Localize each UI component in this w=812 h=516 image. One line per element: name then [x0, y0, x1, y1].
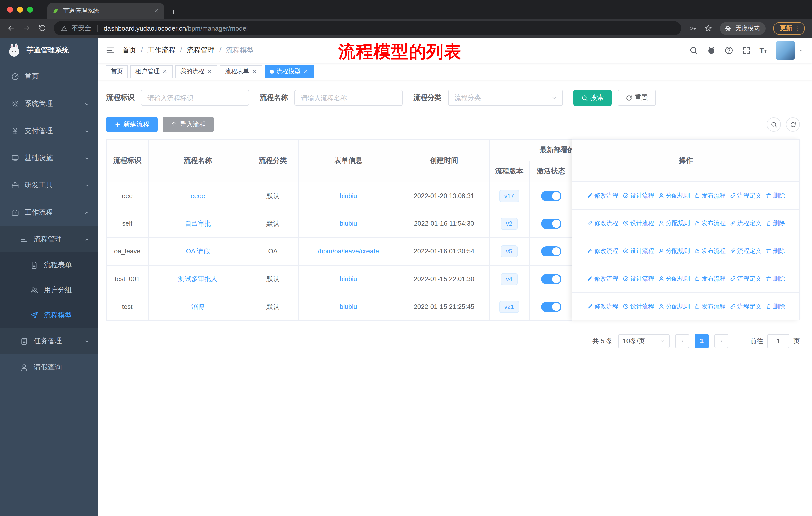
category-select[interactable]: 流程分类: [448, 90, 563, 106]
process-name-link[interactable]: 测试多审批人: [178, 275, 218, 282]
active-toggle[interactable]: [541, 274, 561, 284]
browser-tab[interactable]: 芋道管理系统: [47, 3, 164, 19]
sidebar-logo[interactable]: 芋道管理系统: [0, 38, 98, 63]
table-scroll-area[interactable]: 流程标识 流程名称 流程分类 表单信息 创建时间 最新部署的流程定义 流程版本: [106, 139, 572, 321]
action-delete-link[interactable]: 删除: [765, 247, 785, 255]
toggle-search-button[interactable]: [767, 117, 781, 132]
current-page-button[interactable]: 1: [695, 334, 709, 348]
action-publish-link[interactable]: 发布流程: [694, 219, 726, 227]
action-assign-rule-link[interactable]: 分配规则: [658, 191, 690, 200]
active-toggle[interactable]: [541, 246, 561, 256]
close-icon[interactable]: [162, 69, 168, 74]
tag-tenant-management[interactable]: 租户管理: [130, 65, 173, 78]
tag-my-process[interactable]: 我的流程: [175, 65, 218, 78]
action-design-link[interactable]: 设计流程: [622, 247, 654, 255]
avatar[interactable]: [776, 41, 795, 60]
bookmark-star-icon[interactable]: [704, 24, 712, 32]
tab-close-icon[interactable]: [153, 8, 159, 13]
action-definition-link[interactable]: 流程定义: [730, 274, 761, 283]
sidebar-item-home[interactable]: 首页: [0, 63, 98, 90]
action-modify-link[interactable]: 修改流程: [587, 274, 618, 283]
form-info-link[interactable]: /bpm/oa/leave/create: [318, 247, 379, 255]
font-size-icon[interactable]: TT: [759, 46, 767, 55]
help-icon[interactable]: [724, 46, 733, 55]
form-info-link[interactable]: biubiu: [340, 192, 357, 199]
browser-update-button[interactable]: 更新: [773, 22, 805, 34]
active-toggle[interactable]: [541, 191, 561, 201]
action-delete-link[interactable]: 删除: [765, 191, 785, 200]
import-process-button[interactable]: 导入流程: [163, 117, 214, 132]
sidebar-item-infrastructure[interactable]: 基础设施: [0, 145, 98, 172]
sidebar-item-devtools[interactable]: 研发工具: [0, 172, 98, 199]
action-modify-link[interactable]: 修改流程: [587, 191, 618, 200]
action-definition-link[interactable]: 流程定义: [730, 219, 761, 227]
action-publish-link[interactable]: 发布流程: [694, 274, 726, 283]
close-icon[interactable]: [252, 69, 257, 74]
process-name-link[interactable]: OA 请假: [186, 247, 210, 255]
sidebar-item-payment[interactable]: 支付管理: [0, 117, 98, 145]
sidebar-item-workflow[interactable]: 工作流程: [0, 199, 98, 226]
action-design-link[interactable]: 设计流程: [622, 274, 654, 283]
action-design-link[interactable]: 设计流程: [622, 191, 654, 200]
reset-button[interactable]: 重置: [618, 90, 656, 106]
action-assign-rule-link[interactable]: 分配规则: [658, 302, 690, 311]
breadcrumb-item[interactable]: 流程管理: [187, 46, 222, 55]
sidebar-item-process-form[interactable]: 流程表单: [0, 252, 98, 278]
sidebar-item-leave-query[interactable]: 请假查询: [0, 354, 98, 380]
action-definition-link[interactable]: 流程定义: [730, 302, 761, 311]
goto-page-input[interactable]: [767, 334, 789, 348]
process-name-link[interactable]: 自己审批: [185, 219, 211, 227]
action-assign-rule-link[interactable]: 分配规则: [658, 247, 690, 255]
sidebar-item-system[interactable]: 系统管理: [0, 90, 98, 117]
active-toggle[interactable]: [541, 302, 561, 312]
new-tab-button[interactable]: [170, 8, 177, 15]
sidebar-item-process-model[interactable]: 流程模型: [0, 303, 98, 328]
window-close-button[interactable]: [7, 6, 13, 12]
action-modify-link[interactable]: 修改流程: [587, 247, 618, 255]
window-minimize-button[interactable]: [17, 6, 23, 12]
process-name-link[interactable]: eeee: [191, 192, 205, 199]
incognito-badge[interactable]: 无痕模式: [720, 22, 766, 34]
refresh-table-button[interactable]: [786, 117, 800, 132]
action-assign-rule-link[interactable]: 分配规则: [658, 219, 690, 227]
github-icon[interactable]: [706, 46, 716, 55]
action-design-link[interactable]: 设计流程: [622, 219, 654, 227]
sidebar-item-task-management[interactable]: 任务管理: [0, 328, 98, 354]
action-publish-link[interactable]: 发布流程: [694, 191, 726, 200]
breadcrumb-item[interactable]: 首页: [122, 46, 143, 55]
key-icon[interactable]: [689, 24, 697, 32]
next-page-button[interactable]: [714, 334, 728, 348]
search-icon[interactable]: [689, 46, 698, 55]
tag-home[interactable]: 首页: [106, 65, 128, 78]
active-toggle[interactable]: [541, 218, 561, 228]
tag-process-model-active[interactable]: 流程模型: [265, 65, 314, 78]
fullscreen-icon[interactable]: [742, 46, 751, 55]
reload-icon[interactable]: [38, 24, 46, 32]
action-modify-link[interactable]: 修改流程: [587, 302, 618, 311]
url-bar[interactable]: 不安全 dashboard.yudao.iocoder.cn/bpm/manag…: [54, 21, 681, 35]
process-name-link[interactable]: 滔博: [191, 303, 204, 310]
security-label[interactable]: 不安全: [71, 24, 91, 33]
sidebar-item-user-group[interactable]: 用户分组: [0, 278, 98, 303]
action-definition-link[interactable]: 流程定义: [730, 191, 761, 200]
page-size-select[interactable]: 10条/页: [618, 334, 670, 348]
action-design-link[interactable]: 设计流程: [622, 302, 654, 311]
window-zoom-button[interactable]: [27, 6, 33, 12]
form-info-link[interactable]: biubiu: [340, 303, 357, 310]
action-delete-link[interactable]: 删除: [765, 274, 785, 283]
action-modify-link[interactable]: 修改流程: [587, 219, 618, 227]
sidebar-item-process-management[interactable]: 流程管理: [0, 226, 98, 252]
close-icon[interactable]: [303, 69, 309, 74]
action-publish-link[interactable]: 发布流程: [694, 302, 726, 311]
process-name-input[interactable]: [294, 90, 403, 106]
hamburger-icon[interactable]: [106, 46, 115, 55]
breadcrumb-item[interactable]: 工作流程: [147, 46, 182, 55]
process-key-input[interactable]: [141, 90, 249, 106]
form-info-link[interactable]: biubiu: [340, 220, 357, 227]
tag-process-form[interactable]: 流程表单: [220, 65, 262, 78]
create-process-button[interactable]: 新建流程: [106, 117, 157, 132]
form-info-link[interactable]: biubiu: [340, 275, 357, 283]
prev-page-button[interactable]: [675, 334, 689, 348]
close-icon[interactable]: [207, 69, 212, 74]
back-icon[interactable]: [7, 24, 15, 32]
